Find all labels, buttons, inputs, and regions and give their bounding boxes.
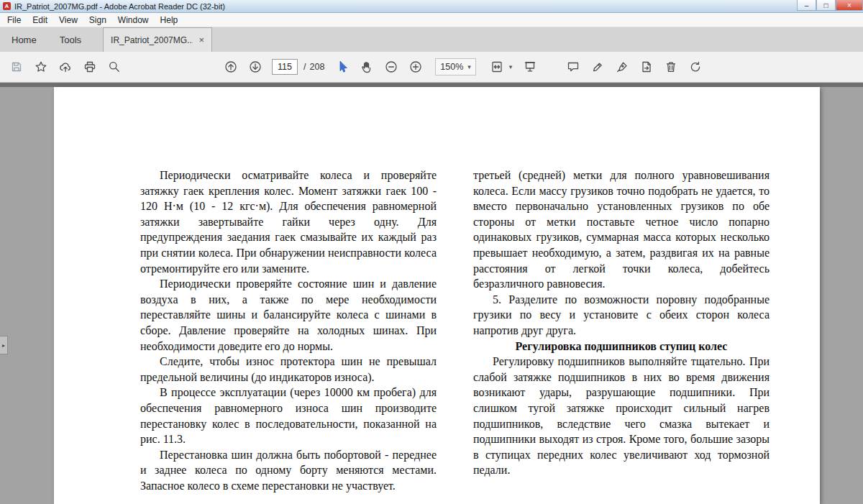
page-down-icon bbox=[249, 60, 262, 73]
document-tab-label: IR_Patriot_2007MG... bbox=[111, 35, 193, 45]
pdf-page: Периодически осматривайте колеса и прове… bbox=[54, 87, 820, 504]
highlighter-icon bbox=[591, 60, 604, 73]
paragraph: Следите, чтобы износ протектора шин не п… bbox=[140, 354, 437, 385]
find-button[interactable] bbox=[102, 55, 127, 78]
paragraph: В процессе эксплуатации (через 10000 км … bbox=[140, 385, 437, 446]
next-page-button[interactable] bbox=[243, 55, 268, 78]
maximize-button[interactable]: □ bbox=[816, 0, 836, 11]
navigation-pane-toggle[interactable]: ▸ bbox=[0, 336, 8, 354]
presentation-screen-icon bbox=[524, 60, 536, 73]
minimize-button[interactable]: – bbox=[797, 0, 816, 11]
tab-document[interactable]: IR_Patriot_2007MG... × bbox=[103, 27, 212, 52]
zoom-value: 150% bbox=[440, 62, 463, 72]
send-file-icon bbox=[640, 60, 653, 73]
fit-page-button[interactable] bbox=[485, 55, 509, 78]
zoom-in-icon bbox=[409, 60, 422, 73]
chevron-down-icon: ▾ bbox=[467, 64, 471, 70]
window-controls: – □ × bbox=[797, 0, 863, 12]
hand-tool-icon bbox=[360, 60, 373, 73]
menu-file[interactable]: File bbox=[1, 14, 27, 27]
left-text-column: Периодически осматривайте колеса и прове… bbox=[140, 168, 437, 493]
cloud-upload-button[interactable] bbox=[53, 55, 78, 78]
title-bar: A IR_Patriot_2007MG.pdf - Adobe Acrobat … bbox=[0, 0, 863, 13]
section-heading: Регулировка подшипников ступиц колес bbox=[473, 339, 770, 354]
main-toolbar: / 208 150% ▾ ▾ bbox=[0, 52, 863, 83]
tab-close-icon[interactable]: × bbox=[198, 35, 204, 45]
page-divider: / bbox=[303, 62, 306, 72]
zoom-in-button[interactable] bbox=[403, 55, 428, 78]
fill-sign-button[interactable] bbox=[610, 55, 634, 78]
paragraph: 5. Разделите по возможности поровну подо… bbox=[473, 292, 770, 339]
page-total: 208 bbox=[309, 62, 324, 72]
comment-button[interactable] bbox=[561, 55, 585, 78]
menu-help[interactable]: Help bbox=[155, 14, 184, 27]
close-icon: × bbox=[847, 1, 851, 9]
menu-view[interactable]: View bbox=[53, 14, 83, 27]
close-button[interactable]: × bbox=[836, 0, 863, 11]
cloud-upload-icon bbox=[59, 60, 72, 73]
pen-nib-icon bbox=[616, 60, 629, 73]
menu-bar: File Edit View Sign Window Help bbox=[0, 13, 863, 27]
right-text-column: третьей (средней) метки для полного урав… bbox=[473, 168, 770, 493]
document-viewport[interactable]: Периодически осматривайте колеса и прове… bbox=[0, 83, 863, 504]
select-tool-button[interactable] bbox=[330, 55, 355, 78]
print-icon bbox=[83, 60, 96, 73]
zoom-out-icon bbox=[385, 60, 398, 73]
star-icon bbox=[35, 60, 47, 73]
minimize-icon: – bbox=[805, 1, 809, 9]
previous-page-button[interactable] bbox=[219, 55, 243, 78]
fit-width-icon bbox=[490, 60, 503, 73]
fit-page-dropdown[interactable]: ▾ bbox=[485, 55, 513, 78]
comment-bubble-icon bbox=[567, 60, 580, 73]
save-button[interactable] bbox=[4, 55, 29, 78]
tab-bar: Home Tools IR_Patriot_2007MG... × bbox=[0, 27, 863, 52]
menu-sign[interactable]: Sign bbox=[83, 14, 112, 27]
trash-icon bbox=[665, 60, 677, 73]
paragraph: Перестановка шин должна быть побортовой … bbox=[140, 447, 437, 494]
share-file-button[interactable] bbox=[634, 55, 659, 78]
print-button[interactable] bbox=[78, 55, 102, 78]
page-count: / 208 bbox=[303, 62, 324, 72]
paragraph: Регулировку подшипников выполняйте тщате… bbox=[473, 354, 770, 478]
reading-mode-button[interactable] bbox=[518, 55, 542, 78]
search-icon bbox=[108, 60, 121, 73]
menu-edit[interactable]: Edit bbox=[27, 14, 53, 27]
menu-window[interactable]: Window bbox=[112, 14, 155, 27]
paragraph: Периодически проверяйте состояние шин и … bbox=[140, 276, 437, 354]
hand-tool-button[interactable] bbox=[355, 55, 379, 78]
zoom-out-button[interactable] bbox=[379, 55, 403, 78]
select-cursor-icon bbox=[336, 60, 349, 73]
highlight-button[interactable] bbox=[585, 55, 610, 78]
tab-tools[interactable]: Tools bbox=[48, 27, 93, 52]
save-icon bbox=[10, 60, 23, 73]
rotate-icon bbox=[689, 60, 702, 73]
chevron-down-icon: ▾ bbox=[509, 64, 513, 70]
acrobat-app-icon: A bbox=[3, 2, 11, 10]
nav-pane-expand-icon: ▸ bbox=[2, 342, 5, 349]
rotate-button[interactable] bbox=[683, 55, 708, 78]
zoom-level-dropdown[interactable]: 150% ▾ bbox=[435, 58, 476, 75]
tab-home[interactable]: Home bbox=[0, 27, 48, 52]
page-number-input[interactable] bbox=[272, 59, 298, 75]
window-title: IR_Patriot_2007MG.pdf - Adobe Acrobat Re… bbox=[14, 2, 225, 11]
star-button[interactable] bbox=[29, 55, 53, 78]
page-up-icon bbox=[224, 60, 237, 73]
maximize-icon: □ bbox=[823, 1, 828, 9]
paragraph: третьей (средней) метки для полного урав… bbox=[473, 168, 770, 292]
paragraph: Периодически осматривайте колеса и прове… bbox=[140, 168, 437, 276]
delete-button[interactable] bbox=[659, 55, 683, 78]
